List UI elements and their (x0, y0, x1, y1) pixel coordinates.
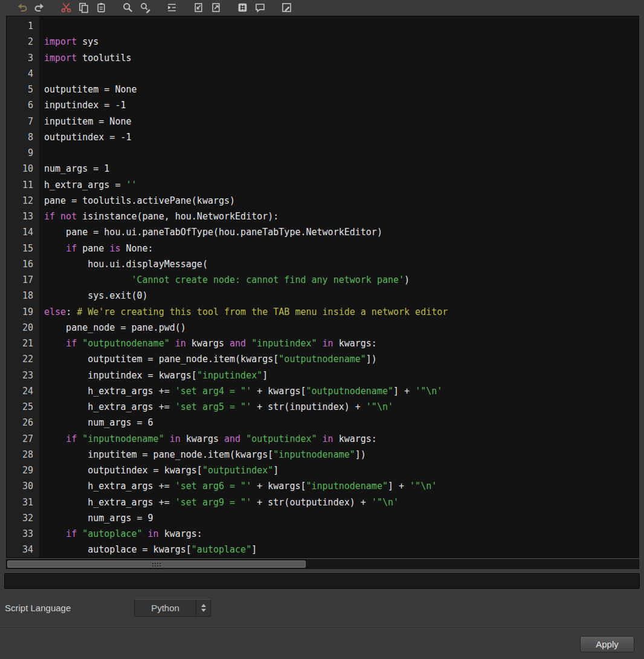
line-number: 4 (7, 66, 39, 82)
code-editor[interactable]: 1234567891011121314151617181920212223242… (6, 16, 639, 558)
code-line: 'Cannot create node: cannot find any net… (44, 272, 639, 288)
line-number: 6 (7, 97, 39, 113)
line-number: 27 (7, 431, 39, 447)
line-number: 21 (7, 336, 39, 351)
code-line: pane_node = pane.pwd() (44, 320, 639, 336)
code-line (44, 18, 639, 34)
line-number: 14 (7, 224, 39, 240)
code-line (44, 66, 639, 82)
line-number: 22 (7, 351, 39, 367)
find-replace-icon[interactable] (139, 1, 151, 13)
line-number: 11 (7, 177, 39, 193)
line-number: 20 (7, 320, 39, 336)
line-number: 33 (7, 526, 39, 542)
line-number: 31 (7, 495, 39, 510)
code-line: h_extra_args = '' (44, 177, 639, 193)
line-number: 5 (7, 82, 39, 97)
line-number: 24 (7, 383, 39, 399)
scrollbar-handle[interactable] (7, 560, 306, 568)
code-line: h_extra_args += 'set arg5 = "' + str(inp… (44, 399, 639, 415)
code-line: outputitem = None (44, 82, 639, 97)
code-line: sys.exit(0) (44, 288, 639, 304)
code-line: import toolutils (44, 50, 639, 66)
code-line: else: # We're creating this tool from th… (44, 304, 639, 320)
code-line: num_args = 6 (44, 415, 639, 430)
code-line: outputindex = -1 (44, 129, 639, 145)
line-number: 3 (7, 50, 39, 66)
hash-icon[interactable] (236, 1, 248, 13)
line-number: 18 (7, 288, 39, 304)
code-line: inputitem = pane_node.item(kwargs["input… (44, 447, 639, 463)
line-number: 8 (7, 129, 39, 145)
undo-icon[interactable] (16, 1, 28, 13)
line-number: 1 (7, 18, 39, 34)
line-number: 23 (7, 368, 39, 383)
script-language-dropdown[interactable]: Python (134, 599, 211, 617)
speech-bubble-icon[interactable] (254, 1, 266, 13)
code-line: h_extra_args += 'set arg9 = "' + str(out… (44, 495, 639, 510)
line-number: 13 (7, 209, 39, 224)
code-line: import sys (44, 34, 639, 50)
apply-button[interactable]: Apply (580, 636, 634, 652)
copy-icon[interactable] (77, 1, 89, 13)
code-line: if "inputnodename" in kwargs and "output… (44, 431, 639, 447)
line-number: 19 (7, 304, 39, 320)
code-line: pane = hou.ui.paneTabOfType(hou.paneTabT… (44, 224, 639, 240)
scrollbar-grip-icon (151, 562, 162, 566)
paste-icon[interactable] (95, 1, 107, 13)
script-text-field[interactable] (4, 573, 640, 589)
bottom-separator (0, 628, 644, 629)
line-number: 16 (7, 256, 39, 272)
code-line: outputitem = pane_node.item(kwargs["outp… (44, 351, 639, 367)
line-number: 26 (7, 415, 39, 430)
line-number: 17 (7, 272, 39, 288)
file-export-icon[interactable] (210, 1, 222, 13)
code-line: if pane is None: (44, 241, 639, 256)
spinner-down-icon[interactable] (201, 609, 206, 612)
horizontal-scrollbar[interactable] (6, 559, 639, 569)
code-line: pane = toolutils.activePane(kwargs) (44, 193, 639, 209)
code-line: h_extra_args += 'set arg6 = "' + kwargs[… (44, 478, 639, 494)
code-line: num_args = 9 (44, 510, 639, 526)
code-line: outputindex = kwargs["outputindex"] (44, 463, 639, 478)
script-language-value: Python (135, 603, 196, 613)
code-line: if "outputnodename" in kwargs and "input… (44, 336, 639, 351)
code-line: inputindex = -1 (44, 97, 639, 113)
line-number: 28 (7, 447, 39, 463)
code-line: h_extra_args += 'set arg4 = "' + kwargs[… (44, 383, 639, 399)
script-language-row: Script Language Python (5, 599, 639, 617)
line-number: 9 (7, 145, 39, 161)
cut-icon[interactable] (60, 1, 72, 13)
edit-script-icon[interactable] (280, 1, 292, 13)
script-language-label: Script Language (5, 599, 71, 617)
code-line: hou.ui.displayMessage( (44, 256, 639, 272)
line-number: 34 (7, 542, 39, 557)
line-number: 2 (7, 34, 39, 50)
tool-script-editor-window: { "colors": { "keyword": "#cb6bcb", "str… (0, 0, 644, 659)
indent-icon[interactable] (166, 1, 178, 13)
find-icon[interactable] (121, 1, 134, 13)
line-number: 12 (7, 193, 39, 209)
code-line: autoplace = kwargs["autoplace"] (44, 542, 639, 557)
spinner-up-icon[interactable] (201, 604, 206, 607)
line-number: 30 (7, 478, 39, 494)
code-area[interactable]: import sysimport toolutilsoutputitem = N… (39, 16, 639, 557)
line-number: 29 (7, 463, 39, 478)
file-import-icon[interactable] (192, 1, 204, 13)
redo-icon[interactable] (33, 1, 45, 13)
code-line (44, 145, 639, 161)
line-number: 7 (7, 114, 39, 129)
line-number: 10 (7, 161, 39, 177)
code-line: inputindex = kwargs["inputindex"] (44, 368, 639, 383)
editor-toolbar (0, 0, 644, 15)
line-number: 32 (7, 510, 39, 526)
line-number-gutter: 1234567891011121314151617181920212223242… (7, 16, 39, 557)
code-line: if "autoplace" in kwargs: (44, 526, 639, 542)
line-number: 15 (7, 241, 39, 256)
code-line: inputitem = None (44, 114, 639, 129)
line-number: 25 (7, 399, 39, 415)
code-line: num_args = 1 (44, 161, 639, 177)
code-line: if not isinstance(pane, hou.NetworkEdito… (44, 209, 639, 224)
spinner-arrows-icon[interactable] (196, 600, 210, 616)
